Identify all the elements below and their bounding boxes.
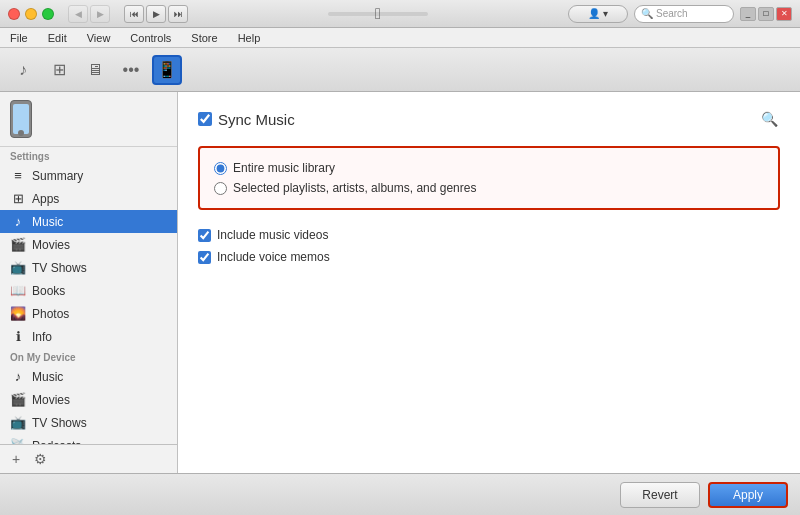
sync-music-label: Sync Music xyxy=(218,111,295,128)
radio-entire-label: Entire music library xyxy=(233,161,335,175)
apply-button[interactable]: Apply xyxy=(708,482,788,508)
sidebar-label-apps: Apps xyxy=(32,192,59,206)
menu-edit[interactable]: Edit xyxy=(44,30,71,46)
more-icon[interactable]: ••• xyxy=(116,55,146,85)
sidebar-item-movies[interactable]: 🎬 Movies xyxy=(0,233,177,256)
books-icon: 📖 xyxy=(10,283,26,298)
radio-entire-library[interactable]: Entire music library xyxy=(214,158,764,178)
win-close[interactable]: ✕ xyxy=(776,7,792,21)
win-maximize[interactable]: □ xyxy=(758,7,774,21)
sidebar-item-music[interactable]: ♪ Music xyxy=(0,210,177,233)
photos-icon: 🌄 xyxy=(10,306,26,321)
d-tvshows-icon: 📺 xyxy=(10,415,26,430)
summary-icon: ≡ xyxy=(10,168,26,183)
d-music-icon: ♪ xyxy=(10,369,26,384)
apple-logo-icon:  xyxy=(375,5,381,23)
prev-button[interactable]: ⏮ xyxy=(124,5,144,23)
radio-selected[interactable]: Selected playlists, artists, albums, and… xyxy=(214,178,764,198)
sync-title: Sync Music xyxy=(198,111,295,128)
note-icon[interactable]: ♪ xyxy=(8,55,38,85)
sidebar-label-d-music: Music xyxy=(32,370,63,384)
menu-view[interactable]: View xyxy=(83,30,115,46)
content-search-icon[interactable]: 🔍 xyxy=(758,108,780,130)
search-box[interactable]: 🔍 Search xyxy=(634,5,734,23)
bottom-bar: Revert Apply xyxy=(0,473,800,515)
settings-section-label: Settings xyxy=(0,147,177,164)
forward-button[interactable]: ▶ xyxy=(90,5,110,23)
checkbox-videos[interactable]: Include music videos xyxy=(198,224,780,246)
music-icon: ♪ xyxy=(10,214,26,229)
main-layout: Settings ≡ Summary ⊞ Apps ♪ Music 🎬 Movi… xyxy=(0,92,800,473)
sidebar-label-music: Music xyxy=(32,215,63,229)
sidebar-item-books[interactable]: 📖 Books xyxy=(0,279,177,302)
add-button[interactable]: + xyxy=(6,449,26,469)
include-voice-label: Include voice memos xyxy=(217,250,330,264)
sidebar-device xyxy=(0,92,177,147)
monitor-icon[interactable]: 🖥 xyxy=(80,55,110,85)
toolbar-right: 👤 ▾ 🔍 Search _ □ ✕ xyxy=(568,5,792,23)
device-icon[interactable]: 📱 xyxy=(152,55,182,85)
search-placeholder: Search xyxy=(656,8,688,19)
on-my-device-label: On My Device xyxy=(0,348,177,365)
sidebar-label-photos: Photos xyxy=(32,307,69,321)
sidebar-item-photos[interactable]: 🌄 Photos xyxy=(0,302,177,325)
grid-icon[interactable]: ⊞ xyxy=(44,55,74,85)
apps-icon: ⊞ xyxy=(10,191,26,206)
options-box: Entire music library Selected playlists,… xyxy=(198,146,780,210)
movies-icon: 🎬 xyxy=(10,237,26,252)
sidebar-label-movies: Movies xyxy=(32,238,70,252)
minimize-button[interactable] xyxy=(25,8,37,20)
include-voice-checkbox[interactable] xyxy=(198,251,211,264)
menu-bar: File Edit View Controls Store Help xyxy=(0,28,800,48)
menu-file[interactable]: File xyxy=(6,30,32,46)
menu-store[interactable]: Store xyxy=(187,30,221,46)
include-videos-label: Include music videos xyxy=(217,228,328,242)
content-area: Sync Music 🔍 Entire music library Select… xyxy=(178,92,800,473)
info-icon: ℹ xyxy=(10,329,26,344)
sidebar-item-d-tvshows[interactable]: 📺 TV Shows xyxy=(0,411,177,434)
sidebar-item-d-movies[interactable]: 🎬 Movies xyxy=(0,388,177,411)
sidebar-item-summary[interactable]: ≡ Summary xyxy=(0,164,177,187)
window-controls[interactable] xyxy=(8,8,54,20)
play-button[interactable]: ▶ xyxy=(146,5,166,23)
sync-music-checkbox[interactable] xyxy=(198,112,212,126)
close-button[interactable] xyxy=(8,8,20,20)
nav-controls: ◀ ▶ xyxy=(68,5,110,23)
sidebar-label-books: Books xyxy=(32,284,65,298)
playback-controls: ⏮ ▶ ⏭ xyxy=(124,5,188,23)
d-movies-icon: 🎬 xyxy=(10,392,26,407)
maximize-button[interactable] xyxy=(42,8,54,20)
sidebar-label-info: Info xyxy=(32,330,52,344)
phone-icon xyxy=(10,100,32,138)
back-button[interactable]: ◀ xyxy=(68,5,88,23)
sidebar-footer: + ⚙ xyxy=(0,444,177,473)
sidebar-label-d-movies: Movies xyxy=(32,393,70,407)
sidebar-label-summary: Summary xyxy=(32,169,83,183)
content-header: Sync Music 🔍 xyxy=(198,108,780,130)
revert-button[interactable]: Revert xyxy=(620,482,700,508)
sidebar-label-d-tvshows: TV Shows xyxy=(32,416,87,430)
sidebar-label-tvshows: TV Shows xyxy=(32,261,87,275)
menu-help[interactable]: Help xyxy=(234,30,265,46)
toolbar: ♪ ⊞ 🖥 ••• 📱 xyxy=(0,48,800,92)
checkbox-voice-memos[interactable]: Include voice memos xyxy=(198,246,780,268)
menu-controls[interactable]: Controls xyxy=(126,30,175,46)
sidebar-item-apps[interactable]: ⊞ Apps xyxy=(0,187,177,210)
sidebar-item-d-podcasts[interactable]: 📡 Podcasts xyxy=(0,434,177,444)
sidebar-item-d-music[interactable]: ♪ Music xyxy=(0,365,177,388)
settings-gear-button[interactable]: ⚙ xyxy=(30,449,50,469)
progress-area:  xyxy=(194,12,562,16)
account-button[interactable]: 👤 ▾ xyxy=(568,5,628,23)
sidebar-item-tvshows[interactable]: 📺 TV Shows xyxy=(0,256,177,279)
progress-track:  xyxy=(328,12,428,16)
include-videos-checkbox[interactable] xyxy=(198,229,211,242)
radio-entire-input[interactable] xyxy=(214,162,227,175)
search-icon: 🔍 xyxy=(641,8,653,19)
radio-selected-label: Selected playlists, artists, albums, and… xyxy=(233,181,476,195)
sidebar-item-info[interactable]: ℹ Info xyxy=(0,325,177,348)
sidebar-scroll: Settings ≡ Summary ⊞ Apps ♪ Music 🎬 Movi… xyxy=(0,147,177,444)
radio-selected-input[interactable] xyxy=(214,182,227,195)
win-minimize[interactable]: _ xyxy=(740,7,756,21)
sidebar: Settings ≡ Summary ⊞ Apps ♪ Music 🎬 Movi… xyxy=(0,92,178,473)
next-button[interactable]: ⏭ xyxy=(168,5,188,23)
